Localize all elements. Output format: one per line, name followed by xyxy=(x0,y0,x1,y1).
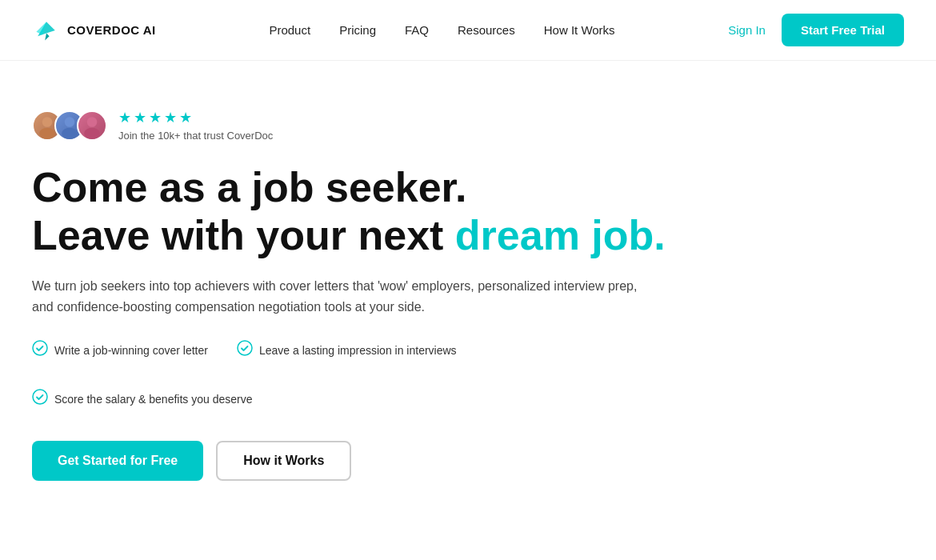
start-free-trial-button[interactable]: Start Free Trial xyxy=(782,14,904,46)
star-3: ★ xyxy=(149,109,162,126)
how-it-works-button[interactable]: How it Works xyxy=(216,441,351,481)
star-5: ★ xyxy=(179,109,192,126)
feature-label-2: Leave a lasting impression in interviews xyxy=(259,344,457,357)
nav-right: Sign In Start Free Trial xyxy=(728,14,904,46)
check-icon-2 xyxy=(237,340,253,360)
social-proof: ★ ★ ★ ★ ★ Join the 10k+ that trust Cover… xyxy=(32,109,688,142)
svg-point-4 xyxy=(87,117,98,127)
svg-point-0 xyxy=(42,117,53,127)
svg-point-8 xyxy=(33,390,47,404)
star-4: ★ xyxy=(164,109,177,126)
hero-subtext: We turn job seekers into top achievers w… xyxy=(32,276,656,318)
nav-faq[interactable]: FAQ xyxy=(405,23,429,37)
feature-label-3: Score the salary & benefits you deserve xyxy=(54,393,252,406)
trust-text: Join the 10k+ that trust CoverDoc xyxy=(118,130,273,142)
headline-line1: Come as a job seeker. xyxy=(32,164,466,210)
feature-checks: Write a job-winning cover letter Leave a… xyxy=(32,340,688,409)
star-rating: ★ ★ ★ ★ ★ xyxy=(118,109,273,126)
logo-link[interactable]: COVERDOC AI xyxy=(32,16,156,45)
cta-buttons: Get Started for Free How it Works xyxy=(32,441,688,481)
signin-link[interactable]: Sign In xyxy=(728,23,766,37)
star-1: ★ xyxy=(118,109,131,126)
logo-icon xyxy=(32,16,61,45)
avatar xyxy=(77,110,107,141)
headline-line2: Leave with your next dream job. xyxy=(32,212,666,258)
headline-accent: dream job. xyxy=(455,212,666,258)
nav-links: Product Pricing FAQ Resources How It Wor… xyxy=(269,23,614,37)
check-icon-1 xyxy=(32,340,48,360)
feature-check-1: Write a job-winning cover letter xyxy=(32,340,208,360)
get-started-button[interactable]: Get Started for Free xyxy=(32,441,203,481)
check-icon-3 xyxy=(32,389,48,409)
logo-text: COVERDOC AI xyxy=(67,23,156,37)
avatar-group xyxy=(32,110,107,141)
nav-pricing[interactable]: Pricing xyxy=(339,23,376,37)
svg-point-7 xyxy=(238,341,252,355)
svg-point-1 xyxy=(39,127,55,138)
svg-point-2 xyxy=(65,117,75,127)
feature-check-3: Score the salary & benefits you deserve xyxy=(32,389,252,409)
hero-section: ★ ★ ★ ★ ★ Join the 10k+ that trust Cover… xyxy=(0,61,720,560)
proof-details: ★ ★ ★ ★ ★ Join the 10k+ that trust Cover… xyxy=(118,109,273,142)
svg-point-5 xyxy=(84,127,100,138)
feature-check-2: Leave a lasting impression in interviews xyxy=(237,340,457,360)
nav-product[interactable]: Product xyxy=(269,23,310,37)
nav-resources[interactable]: Resources xyxy=(458,23,515,37)
feature-label-1: Write a job-winning cover letter xyxy=(54,344,208,357)
star-2: ★ xyxy=(134,109,146,126)
svg-point-6 xyxy=(33,341,47,355)
navbar: COVERDOC AI Product Pricing FAQ Resource… xyxy=(0,0,936,61)
hero-headline: Come as a job seeker. Leave with your ne… xyxy=(32,164,688,260)
svg-point-3 xyxy=(62,127,78,138)
headline-plain: Leave with your next xyxy=(32,212,455,258)
nav-how-it-works[interactable]: How It Works xyxy=(544,23,615,37)
